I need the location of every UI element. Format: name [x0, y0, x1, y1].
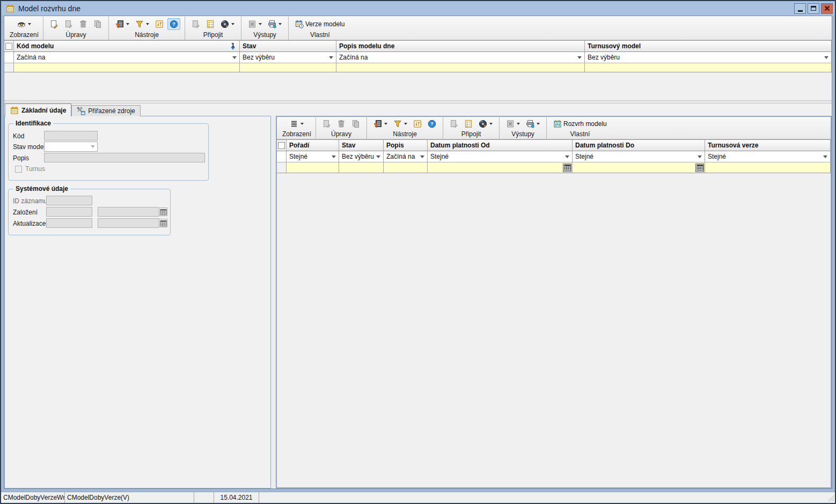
filter-operator-datum-do[interactable]: Stejné: [573, 151, 705, 162]
filter-input-turnusova-verze[interactable]: [705, 162, 831, 173]
tools-icon: [77, 107, 85, 115]
versions-panel: Zobrazení Úpravy: [276, 116, 832, 488]
select-all-checkbox[interactable]: [5, 43, 12, 50]
chevron-down-icon: [300, 123, 304, 125]
column-header-datum-do[interactable]: Datum platnosti Do: [573, 140, 705, 151]
filter-panel-button[interactable]: [371, 118, 390, 130]
print-button[interactable]: [524, 118, 542, 130]
date-picker-button[interactable]: [695, 164, 704, 172]
maximize-button[interactable]: [808, 3, 819, 14]
settings-button[interactable]: [153, 18, 166, 30]
print-button[interactable]: [266, 18, 284, 30]
date-picker-button[interactable]: [563, 164, 571, 172]
attach-edit-button: [448, 118, 460, 130]
rozvrh-modelu-button[interactable]: Rozvrh modelu: [551, 118, 609, 130]
filter-button[interactable]: [391, 118, 409, 130]
column-header-stav[interactable]: Stav: [339, 140, 384, 151]
filter-operator-stav[interactable]: Bez výběru: [240, 52, 336, 63]
filter-input-stav[interactable]: [240, 63, 336, 72]
tab-strip: Základní údaje Přiřazené zdroje: [4, 103, 832, 116]
window-title: Model rozvrhu dne: [18, 4, 794, 13]
chevron-down-icon: [565, 155, 569, 158]
filter-operator-popis-modelu-dne[interactable]: Začíná na: [336, 52, 585, 63]
column-header-popis-modelu-dne[interactable]: Popis modelu dne: [336, 41, 585, 51]
excel-icon: [248, 20, 256, 28]
filter-button[interactable]: [133, 18, 151, 30]
minimize-button[interactable]: [794, 3, 806, 14]
chevron-down-icon: [698, 155, 702, 158]
filter-input-turnusovy-model[interactable]: [585, 63, 832, 72]
filter-operator-kod-modelu[interactable]: Začíná na: [14, 52, 240, 63]
export-disc-button[interactable]: [218, 18, 237, 30]
column-header-poradi[interactable]: Pořadí: [287, 140, 339, 151]
settings-button[interactable]: [411, 118, 424, 130]
chevron-down-icon: [489, 123, 493, 125]
column-header-kod-modelu[interactable]: Kód modelu 1: [14, 41, 240, 51]
filter-operator-popis[interactable]: Začíná na: [384, 151, 428, 162]
content-area: Identifikace Kód Stav modelu Popis: [4, 116, 832, 488]
window-controls: [794, 3, 833, 14]
calendar-teal-icon: [553, 120, 562, 128]
filter-panel-icon: [115, 20, 124, 28]
chevron-down-icon: [278, 23, 282, 25]
checklist-button[interactable]: [462, 118, 475, 130]
chevron-down-icon: [259, 23, 262, 25]
vertical-splitter[interactable]: [271, 116, 276, 488]
select-all-checkbox[interactable]: [278, 142, 285, 149]
mini-calendar-icon: [160, 209, 167, 216]
calendar-icon: [10, 106, 19, 115]
column-header-popis[interactable]: Popis: [384, 140, 428, 151]
toolbar-group-nastroje: Nástroje: [367, 117, 443, 139]
export-disc-button[interactable]: [476, 118, 495, 130]
tab-zakladni-udaje[interactable]: Základní údaje: [5, 103, 71, 116]
view-menu-button[interactable]: [15, 18, 33, 30]
settings-sliders-icon: [413, 120, 422, 128]
filter-operator-stav[interactable]: Bez výběru: [339, 151, 384, 162]
view-menu-button[interactable]: [288, 118, 306, 130]
toolbar-group-zobrazeni: Zobrazení: [278, 117, 316, 139]
column-header-turnusova-verze[interactable]: Turnusová verze: [705, 140, 831, 151]
copy-record-icon: [93, 20, 102, 28]
stav-modelu-combo[interactable]: [44, 142, 98, 152]
column-header-turnusovy-model[interactable]: Turnusový model: [585, 41, 832, 51]
help-button[interactable]: [426, 118, 438, 130]
filter-panel-icon: [373, 120, 382, 128]
filter-input-datum-od[interactable]: [428, 162, 573, 173]
column-header-datum-od[interactable]: Datum platnosti Od: [428, 140, 573, 151]
filter-input-stav[interactable]: [339, 162, 384, 173]
mini-calendar-icon: [564, 164, 571, 171]
id-zaznamu-label: ID záznamu: [13, 197, 47, 205]
filter-input-datum-do[interactable]: [573, 162, 705, 173]
sort-ascending-icon: 1: [231, 43, 235, 50]
filter-operator-poradi[interactable]: Stejné: [287, 151, 339, 162]
funnel-icon: [135, 20, 144, 28]
filter-input-poradi[interactable]: [287, 162, 339, 173]
filter-operator-turnusova-verze[interactable]: Stejné: [705, 151, 831, 162]
settings-sliders-icon: [155, 20, 164, 28]
filter-panel-button[interactable]: [113, 18, 131, 30]
column-header-stav[interactable]: Stav: [240, 41, 336, 51]
filter-input-kod-modelu[interactable]: [14, 63, 240, 72]
popis-field: [44, 153, 205, 162]
filter-operator-turnusovy-model[interactable]: Bez výběru: [585, 52, 832, 63]
filter-input-popis[interactable]: [384, 162, 428, 173]
chevron-down-icon: [577, 56, 582, 59]
checklist-icon: [464, 120, 473, 128]
status-spacer: [259, 492, 835, 503]
filter-input-popis-modelu-dne[interactable]: [336, 63, 585, 72]
aktualizace-user-field: [46, 218, 92, 228]
attach-edit-button: [189, 18, 202, 30]
new-record-button[interactable]: [48, 18, 61, 30]
client-band: Zobrazení Úpravy: [1, 16, 835, 492]
checklist-button[interactable]: [204, 18, 217, 30]
verze-modelu-button[interactable]: Verze modelu: [293, 18, 347, 30]
toolbar-group-upravy: Úpravy: [43, 17, 109, 40]
help-button[interactable]: [167, 18, 180, 30]
chevron-down-icon: [376, 155, 380, 158]
toolbar-group-label-upravy: Úpravy: [331, 130, 351, 139]
tab-prirazene-zdroje[interactable]: Přiřazené zdroje: [71, 105, 140, 116]
zalozeni-date-field: [98, 207, 167, 217]
filter-operator-datum-od[interactable]: Stejné: [428, 151, 573, 162]
resize-grip[interactable]: [826, 494, 834, 501]
close-button[interactable]: [821, 3, 833, 14]
